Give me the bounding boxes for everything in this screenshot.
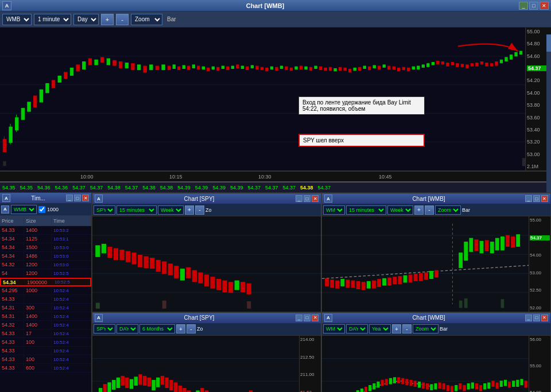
close-button[interactable]: ✕ bbox=[540, 2, 549, 10]
zoom-select[interactable]: Zoom bbox=[413, 324, 439, 333]
maximize-button[interactable]: □ bbox=[529, 2, 538, 10]
chart-icon: A bbox=[324, 195, 332, 203]
zoom-select[interactable]: Zoom bbox=[131, 14, 162, 25]
ts-header: Price Size Time bbox=[0, 216, 91, 226]
chart-period-select[interactable]: 6 Months bbox=[139, 324, 175, 333]
ticker-price: 54.39 bbox=[177, 185, 191, 191]
svg-rect-283 bbox=[455, 386, 457, 391]
restore-button[interactable]: □ bbox=[304, 195, 311, 202]
chart-tf-select[interactable]: DAY bbox=[117, 324, 138, 333]
restore-button[interactable]: □ bbox=[533, 195, 540, 202]
ts-price: 54 bbox=[0, 269, 24, 277]
svg-rect-121 bbox=[126, 251, 130, 262]
ts-time: 10:52:4 bbox=[52, 295, 91, 303]
minimize-button[interactable]: _ bbox=[519, 2, 528, 10]
close-button[interactable]: ✕ bbox=[541, 195, 548, 202]
chart-icon: A bbox=[95, 314, 103, 322]
svg-rect-165 bbox=[398, 277, 402, 284]
svg-rect-43 bbox=[207, 68, 209, 71]
chart-wmb-15min: A Chart [WMB] _ □ ✕ WMB 15 minutes bbox=[321, 193, 551, 312]
minus-button[interactable]: - bbox=[187, 324, 196, 333]
plus-button[interactable]: + bbox=[185, 205, 194, 215]
svg-rect-294 bbox=[500, 381, 502, 386]
price-level: 61.62 bbox=[300, 390, 320, 392]
close-button[interactable]: ✕ bbox=[541, 315, 548, 321]
ts-filter-checkbox[interactable] bbox=[38, 206, 45, 213]
minus-button[interactable]: - bbox=[425, 205, 434, 215]
svg-rect-156 bbox=[351, 281, 355, 287]
period-select[interactable]: Day bbox=[73, 14, 99, 25]
zoom-plus-button[interactable]: + bbox=[101, 14, 114, 25]
ts-col-size: Size bbox=[24, 216, 52, 226]
minimize-button[interactable]: _ bbox=[525, 195, 532, 202]
close-button[interactable]: ✕ bbox=[312, 195, 319, 202]
chart-period-select[interactable]: Week bbox=[158, 205, 184, 215]
ts-symbol-select[interactable]: WMB bbox=[11, 205, 37, 214]
chart-symbol-select[interactable]: SPY bbox=[94, 205, 115, 215]
svg-rect-94 bbox=[456, 64, 459, 67]
ts-time: 10:52:5 bbox=[52, 269, 91, 277]
plus-button[interactable]: + bbox=[414, 205, 424, 215]
chart-tf-select[interactable]: DAY bbox=[346, 324, 368, 333]
minimize-button[interactable]: _ bbox=[296, 195, 302, 202]
ts-minimize-button[interactable]: _ bbox=[66, 195, 73, 201]
svg-rect-140 bbox=[241, 282, 245, 292]
chart-symbol-select[interactable]: WMB bbox=[323, 324, 345, 333]
restore-button[interactable]: □ bbox=[533, 315, 540, 321]
svg-rect-120 bbox=[120, 250, 124, 260]
svg-rect-28 bbox=[125, 63, 128, 68]
minus-button[interactable]: - bbox=[402, 324, 412, 333]
chart-symbol-select[interactable]: WMB bbox=[323, 205, 345, 215]
ts-price: 54.33 bbox=[0, 295, 24, 303]
zoom-minus-button[interactable]: - bbox=[116, 14, 129, 25]
chart-tf-select[interactable]: 15 minutes bbox=[117, 205, 157, 215]
svg-rect-171 bbox=[430, 271, 433, 279]
svg-rect-117 bbox=[102, 244, 106, 253]
svg-rect-181 bbox=[495, 238, 499, 250]
chart-tf-select[interactable]: 15 minutes bbox=[346, 205, 386, 215]
svg-rect-70 bbox=[339, 67, 341, 70]
svg-rect-172 bbox=[435, 270, 439, 277]
svg-rect-37 bbox=[178, 67, 180, 69]
svg-rect-152 bbox=[331, 280, 334, 288]
restore-button[interactable]: □ bbox=[304, 315, 311, 321]
ts-restore-button[interactable]: □ bbox=[74, 195, 81, 201]
svg-rect-50 bbox=[241, 66, 243, 68]
ts-size bbox=[24, 347, 52, 355]
ts-close-button[interactable]: ✕ bbox=[82, 195, 89, 201]
svg-rect-68 bbox=[329, 67, 331, 70]
symbol-select[interactable]: WMB bbox=[2, 14, 32, 25]
svg-rect-145 bbox=[322, 216, 550, 312]
charts-bottom-row: A Chart [SPY] _ □ ✕ SPY DAY bbox=[92, 312, 551, 392]
minimize-button[interactable]: _ bbox=[296, 315, 302, 321]
close-button[interactable]: ✕ bbox=[312, 315, 319, 321]
ts-time: 10:52:5 bbox=[53, 279, 90, 285]
plus-button[interactable]: + bbox=[176, 324, 185, 333]
chart-wmb-15min-titlebar: A Chart [WMB] _ □ ✕ bbox=[322, 193, 550, 204]
price-level: 55.00 bbox=[530, 363, 550, 368]
svg-rect-274 bbox=[418, 382, 420, 387]
svg-rect-136 bbox=[217, 280, 221, 290]
svg-rect-183 bbox=[506, 235, 510, 246]
svg-rect-96 bbox=[466, 65, 468, 68]
annotation-text-2: SPY шел вверх bbox=[303, 137, 344, 143]
chart-period-select[interactable]: Week bbox=[387, 205, 413, 215]
svg-rect-206 bbox=[148, 378, 150, 386]
minus-button[interactable]: - bbox=[195, 205, 204, 215]
ts-scrollbar-thumb[interactable] bbox=[546, 34, 551, 52]
svg-rect-58 bbox=[280, 66, 282, 68]
plus-button[interactable]: + bbox=[392, 324, 401, 333]
svg-rect-129 bbox=[174, 266, 179, 278]
chart-period-select[interactable]: Year bbox=[369, 324, 391, 333]
bar-label: Bar bbox=[165, 16, 179, 22]
timeframe-select[interactable]: 1 minute bbox=[34, 14, 71, 25]
ts-price: 54.32 bbox=[0, 261, 24, 269]
minimize-button[interactable]: _ bbox=[525, 315, 532, 321]
chart-symbol-select[interactable]: SPY bbox=[94, 324, 115, 333]
svg-rect-32 bbox=[150, 65, 153, 70]
list-item: 54.31 1400 10:52:4 bbox=[0, 312, 91, 321]
svg-rect-59 bbox=[285, 67, 288, 69]
svg-rect-52 bbox=[251, 65, 253, 68]
zoom-select[interactable]: Zoom bbox=[435, 205, 461, 215]
spy-15min-svg bbox=[92, 216, 321, 312]
